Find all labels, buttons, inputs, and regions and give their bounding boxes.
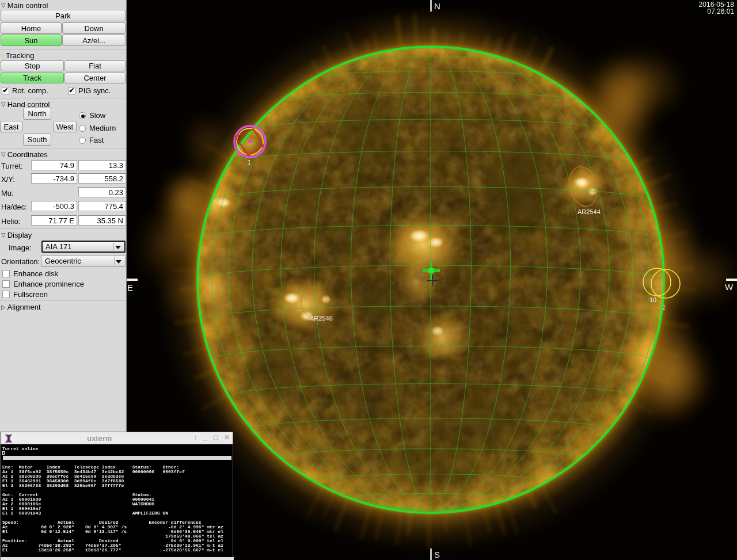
svg-text:1: 1 bbox=[247, 158, 251, 167]
svg-text:W: W bbox=[725, 282, 734, 292]
svg-text:AR2544: AR2544 bbox=[578, 208, 601, 215]
svg-text:S: S bbox=[434, 550, 440, 559]
svg-text:2: 2 bbox=[662, 304, 666, 311]
svg-text:10: 10 bbox=[649, 296, 656, 303]
svg-text:E: E bbox=[127, 283, 133, 292]
svg-text:07:26:01: 07:26:01 bbox=[707, 7, 734, 16]
svg-text:AR2546: AR2546 bbox=[310, 315, 333, 322]
svg-text:N: N bbox=[434, 1, 440, 11]
